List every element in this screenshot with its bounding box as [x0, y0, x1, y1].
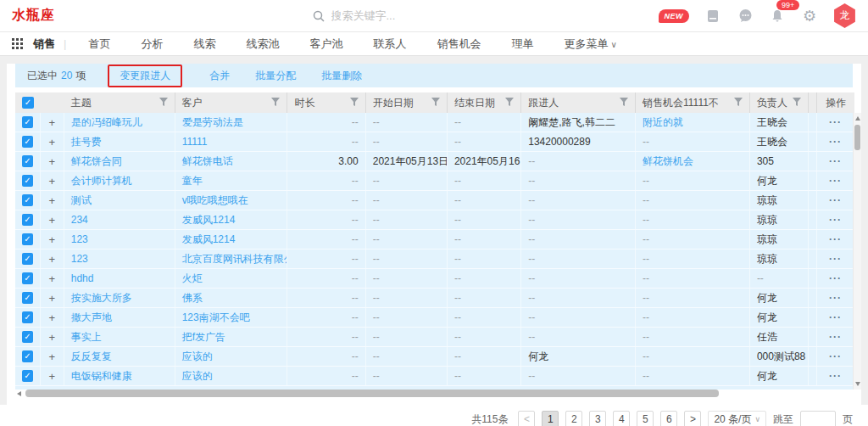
nav-tab[interactable]: 首页	[78, 36, 131, 52]
filter-funnel-icon[interactable]	[734, 97, 743, 109]
next-page-button[interactable]	[684, 411, 701, 426]
table-row[interactable]: 事实上 把f发广告 -- -- -- -- -- 任浩	[15, 328, 854, 347]
row-expand-button[interactable]	[49, 311, 56, 324]
row-expand-button[interactable]	[49, 155, 56, 168]
cell-opportunity-link[interactable]: --	[636, 230, 750, 249]
cell-subject-link[interactable]: 是的冯绍峰玩儿	[64, 113, 175, 132]
page-button[interactable]: 5	[637, 411, 654, 426]
row-actions-ellipsis-button[interactable]	[829, 311, 842, 323]
app-grid-icon[interactable]	[12, 38, 23, 49]
cell-opportunity-link[interactable]: --	[636, 367, 750, 385]
cell-subject-link[interactable]: 撒大声地	[64, 308, 175, 327]
merge-button[interactable]: 合并	[209, 69, 230, 83]
cell-subject-link[interactable]: 123	[64, 249, 175, 268]
cell-subject-link[interactable]: 123	[64, 230, 175, 249]
row-expand-button[interactable]	[49, 292, 56, 305]
change-follower-button[interactable]: 变更跟进人	[120, 70, 170, 81]
row-checkbox[interactable]	[22, 253, 33, 265]
row-checkbox[interactable]	[22, 233, 33, 245]
table-row[interactable]: 会计师计算机 童年 -- -- -- -- -- 何龙	[15, 171, 854, 191]
horizontal-scrollbar[interactable]	[15, 390, 854, 398]
global-search[interactable]	[313, 9, 516, 22]
prev-page-button[interactable]	[518, 411, 535, 426]
page-button[interactable]: 4	[613, 411, 630, 426]
nav-tab[interactable]: 分析	[131, 36, 183, 52]
cell-subject-link[interactable]: 会计师计算机	[64, 171, 175, 190]
bell-icon[interactable]: 99+	[769, 8, 786, 25]
row-expand-button[interactable]	[49, 272, 56, 285]
row-expand-button[interactable]	[49, 194, 56, 207]
filter-funnel-icon[interactable]	[505, 97, 514, 109]
cell-opportunity-link[interactable]: --	[636, 171, 750, 190]
cell-customer-link[interactable]: 童年	[175, 171, 288, 190]
row-expand-button[interactable]	[49, 214, 56, 227]
table-row[interactable]: 123 发威风1214 -- -- -- -- -- 琼琼	[15, 230, 854, 249]
cell-opportunity-link[interactable]: --	[636, 308, 750, 327]
filter-funnel-icon[interactable]	[793, 97, 801, 109]
row-expand-button[interactable]	[49, 331, 56, 344]
page-size-select[interactable]: 20 条/页	[708, 411, 766, 426]
table-row[interactable]: 按实施大所多 佛系 -- -- -- -- -- 何龙	[15, 289, 854, 308]
cell-opportunity-link[interactable]: --	[636, 269, 750, 288]
cell-subject-link[interactable]: 事实上	[64, 328, 175, 346]
cell-opportunity-link[interactable]: --	[636, 210, 750, 229]
row-actions-ellipsis-button[interactable]	[829, 214, 842, 226]
cell-opportunity-link[interactable]: --	[636, 289, 750, 307]
cell-opportunity-link[interactable]: --	[636, 249, 750, 268]
row-actions-ellipsis-button[interactable]	[829, 116, 842, 128]
cell-subject-link[interactable]: hdhd	[64, 269, 175, 288]
cell-customer-link[interactable]: 发威风1214	[175, 210, 288, 229]
cell-customer-link[interactable]: 火炬	[175, 269, 288, 288]
row-actions-ellipsis-button[interactable]	[829, 350, 842, 362]
cell-customer-link[interactable]: 鲜花饼电话	[175, 152, 288, 171]
page-button[interactable]: 2	[565, 411, 582, 426]
cell-opportunity-link[interactable]: --	[636, 132, 750, 151]
table-row[interactable]: 234 发威风1214 -- -- -- -- -- 琼琼	[15, 210, 854, 230]
row-expand-button[interactable]	[49, 136, 56, 149]
table-row[interactable]: 123 北京百度网讯科技有限公司 -- -- -- -- -- 琼琼	[15, 249, 854, 269]
cell-opportunity-link[interactable]: 附近的就	[636, 113, 750, 132]
row-actions-ellipsis-button[interactable]	[829, 292, 842, 304]
table-row[interactable]: 是的冯绍峰玩儿 爱是劳动法是 -- -- -- 阚耀楚,路飞,韩二二 附近的就 …	[15, 113, 854, 132]
cell-subject-link[interactable]: 234	[64, 210, 175, 229]
row-actions-ellipsis-button[interactable]	[829, 136, 842, 148]
cell-opportunity-link[interactable]: --	[636, 328, 750, 346]
vertical-scroll-thumb[interactable]	[854, 125, 860, 150]
cell-customer-link[interactable]: 爱是劳动法是	[175, 113, 288, 132]
row-actions-ellipsis-button[interactable]	[829, 331, 842, 343]
scroll-left-arrow[interactable]	[17, 391, 21, 396]
filter-funnel-icon[interactable]	[431, 97, 440, 109]
row-checkbox[interactable]	[22, 214, 33, 226]
row-checkbox[interactable]	[22, 155, 33, 167]
cell-opportunity-link[interactable]: 鲜花饼机会	[636, 152, 750, 171]
chat-icon[interactable]	[737, 8, 754, 25]
cell-customer-link[interactable]: 把f发广告	[175, 328, 288, 346]
cell-customer-link[interactable]: v哦吃哦想哦在	[175, 191, 288, 210]
row-checkbox[interactable]	[22, 194, 33, 206]
row-actions-ellipsis-button[interactable]	[829, 175, 842, 187]
table-row[interactable]: hdhd 火炬 -- -- -- -- -- --	[15, 269, 854, 289]
row-checkbox[interactable]	[22, 175, 33, 187]
cell-opportunity-link[interactable]: --	[636, 347, 750, 366]
nav-tab[interactable]: 理单	[501, 36, 554, 52]
row-expand-button[interactable]	[49, 253, 56, 266]
table-row[interactable]: 测试 v哦吃哦想哦在 -- -- -- -- -- 琼琼	[15, 191, 854, 210]
bulk-delete-button[interactable]: 批量删除	[321, 69, 362, 83]
row-checkbox[interactable]	[22, 331, 33, 343]
cell-subject-link[interactable]: 鲜花饼合同	[64, 152, 175, 171]
row-checkbox[interactable]	[22, 370, 33, 382]
bulk-assign-button[interactable]: 批量分配	[255, 69, 296, 83]
row-checkbox[interactable]	[22, 116, 33, 128]
table-row[interactable]: 撒大声地 123南湖不会吧 -- -- -- -- -- 何龙	[15, 308, 854, 328]
row-checkbox[interactable]	[22, 292, 33, 304]
scroll-up-arrow[interactable]	[855, 116, 860, 121]
filter-funnel-icon[interactable]	[271, 97, 280, 109]
row-checkbox[interactable]	[22, 136, 33, 148]
cell-subject-link[interactable]: 挂号费	[64, 132, 175, 151]
page-button[interactable]: 6	[660, 411, 677, 426]
cell-customer-link[interactable]: 123南湖不会吧	[175, 308, 288, 327]
row-actions-ellipsis-button[interactable]	[829, 272, 842, 284]
cell-customer-link[interactable]: 11111	[175, 132, 288, 151]
vertical-scrollbar[interactable]	[853, 113, 861, 390]
nav-tab[interactable]: 客户池	[299, 36, 363, 52]
